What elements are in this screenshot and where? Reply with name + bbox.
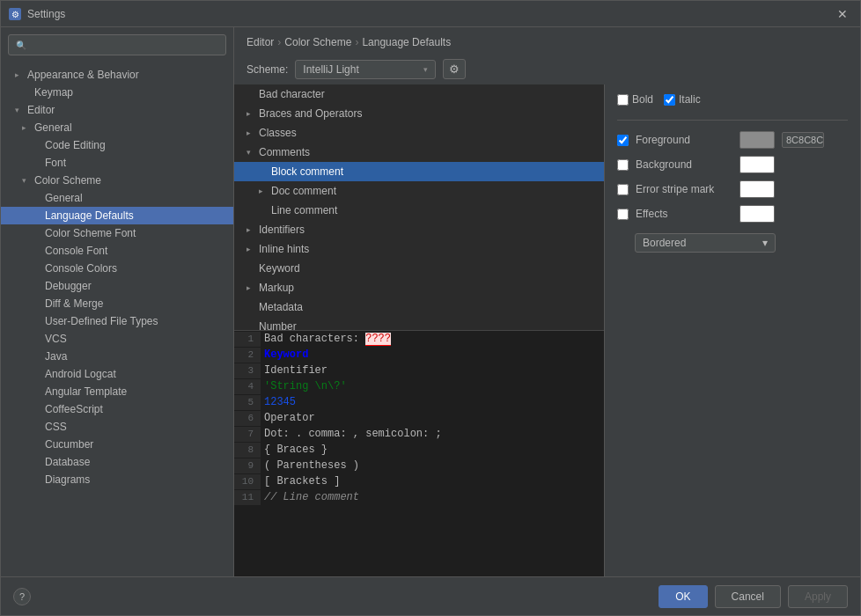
- effects-type-value: Bordered: [643, 237, 686, 249]
- list-item-line-comment[interactable]: Line comment: [234, 201, 604, 220]
- settings-window: ⚙ Settings ✕ 🔍 ▸ Appearance & Behavior K…: [0, 0, 861, 616]
- code-line-2: 2 Keyword: [234, 347, 604, 363]
- error-stripe-color-swatch[interactable]: [740, 180, 775, 198]
- list-item-doc-comment[interactable]: ▸ Doc comment: [234, 181, 604, 201]
- help-button[interactable]: ?: [13, 588, 31, 605]
- sidebar-item-label: Editor: [27, 104, 55, 116]
- sidebar-item-diff-merge[interactable]: Diff & Merge: [1, 295, 233, 312]
- sidebar-item-console-colors[interactable]: Console Colors: [1, 260, 233, 277]
- sidebar-item-general[interactable]: ▸ General: [1, 119, 233, 136]
- sidebar-item-language-defaults[interactable]: Language Defaults: [1, 207, 233, 224]
- list-item-label: Metadata: [259, 301, 303, 313]
- scheme-gear-button[interactable]: ⚙: [443, 59, 466, 79]
- code-line-8: 8 { Braces }: [234, 442, 604, 458]
- line-number: 9: [234, 458, 261, 473]
- line-number: 3: [234, 363, 261, 378]
- sidebar-item-color-scheme[interactable]: ▾ Color Scheme: [1, 172, 233, 189]
- main-panel: Editor › Color Scheme › Language Default…: [234, 27, 860, 576]
- sidebar-item-debugger[interactable]: Debugger: [1, 277, 233, 295]
- sidebar-item-keymap[interactable]: Keymap: [1, 84, 233, 101]
- svg-text:⚙: ⚙: [11, 10, 19, 19]
- close-button[interactable]: ✕: [832, 5, 853, 23]
- foreground-color-swatch[interactable]: [740, 131, 775, 149]
- foreground-label: Foreground: [636, 134, 732, 146]
- chevron-right-icon: ▸: [22, 123, 31, 132]
- list-item-block-comment[interactable]: Block comment: [234, 162, 604, 181]
- list-panel: Bad character ▸ Braces and Operators ▸ C…: [234, 84, 604, 576]
- list-item-label: Comments: [259, 146, 310, 158]
- sidebar-item-console-font[interactable]: Console Font: [1, 242, 233, 260]
- background-color-swatch[interactable]: [740, 156, 775, 173]
- foreground-checkbox[interactable]: [617, 135, 629, 146]
- apply-button[interactable]: Apply: [788, 585, 848, 608]
- list-item-label: Bad character: [259, 88, 325, 100]
- sidebar-item-user-defined[interactable]: User-Defined File Types: [1, 312, 233, 330]
- italic-checkbox-label[interactable]: Italic: [664, 93, 701, 106]
- code-line-9: 9 ( Parentheses ): [234, 458, 604, 473]
- style-options-row: Bold Italic: [617, 93, 848, 106]
- sidebar-item-label: Java: [45, 350, 67, 363]
- breadcrumb-part-3: Language Defaults: [362, 36, 451, 48]
- list-item-label: Doc comment: [271, 185, 336, 197]
- line-number: 8: [234, 443, 261, 458]
- list-item-metadata[interactable]: Metadata: [234, 297, 604, 317]
- sidebar-item-database[interactable]: Database: [1, 453, 233, 471]
- list-item-label: Block comment: [271, 165, 343, 178]
- scheme-value: IntelliJ Light: [303, 63, 358, 76]
- search-box[interactable]: 🔍: [8, 34, 226, 55]
- sidebar-item-cucumber[interactable]: Cucumber: [1, 436, 233, 453]
- sidebar-item-css[interactable]: CSS: [1, 418, 233, 436]
- sidebar-item-angular[interactable]: Angular Template: [1, 383, 233, 400]
- error-stripe-checkbox[interactable]: [617, 184, 629, 195]
- ok-button[interactable]: OK: [659, 585, 707, 608]
- scheme-dropdown[interactable]: IntelliJ Light ▾: [295, 60, 436, 79]
- list-item-inline-hints[interactable]: ▸ Inline hints: [234, 239, 604, 259]
- sidebar-item-label: Angular Template: [45, 385, 127, 398]
- list-item-identifiers[interactable]: ▸ Identifiers: [234, 220, 604, 239]
- list-item-markup[interactable]: ▸ Markup: [234, 278, 604, 297]
- list-item-comments[interactable]: ▾ Comments: [234, 143, 604, 162]
- cancel-button[interactable]: Cancel: [715, 585, 781, 608]
- sidebar-item-coffeescript[interactable]: CoffeeScript: [1, 400, 233, 418]
- effects-type-dropdown[interactable]: Bordered ▾: [635, 233, 776, 253]
- line-content: Dot: . comma: , semicolon: ;: [261, 426, 442, 442]
- chevron-down-icon: ▾: [423, 65, 428, 74]
- sidebar-item-font[interactable]: Font: [1, 154, 233, 172]
- sidebar-item-diagrams[interactable]: Diagrams: [1, 471, 233, 488]
- effects-checkbox[interactable]: [617, 209, 629, 220]
- list-item-label: Identifiers: [259, 224, 305, 236]
- list-item-keyword[interactable]: Keyword: [234, 259, 604, 278]
- bold-checkbox[interactable]: [617, 94, 629, 106]
- sidebar-item-editor[interactable]: ▾ Editor: [1, 101, 233, 119]
- chevron-right-icon: ▸: [247, 283, 255, 292]
- sidebar-item-color-scheme-font[interactable]: Color Scheme Font: [1, 224, 233, 242]
- list-item-label: Inline hints: [259, 243, 309, 255]
- sidebar-item-java[interactable]: Java: [1, 348, 233, 365]
- list-item-bad-char[interactable]: Bad character: [234, 84, 604, 104]
- breadcrumb-part-1: Editor: [247, 36, 274, 48]
- sidebar-item-code-editing[interactable]: Code Editing: [1, 136, 233, 154]
- app-icon: ⚙: [8, 7, 22, 21]
- error-stripe-row: Error stripe mark: [617, 180, 848, 198]
- sidebar-item-android-logcat[interactable]: Android Logcat: [1, 365, 233, 383]
- sidebar-item-cs-general[interactable]: General: [1, 189, 233, 207]
- list-item-classes[interactable]: ▸ Classes: [234, 123, 604, 143]
- line-content: ( Parentheses ): [261, 458, 359, 473]
- sidebar-item-label: User-Defined File Types: [45, 315, 158, 327]
- sidebar-item-label: Console Colors: [45, 262, 117, 275]
- italic-checkbox[interactable]: [664, 94, 675, 106]
- sidebar-item-vcs[interactable]: VCS: [1, 330, 233, 348]
- bold-checkbox-label[interactable]: Bold: [617, 93, 653, 106]
- search-input[interactable]: [30, 39, 218, 51]
- list-item-braces[interactable]: ▸ Braces and Operators: [234, 104, 604, 123]
- code-line-1: 1 Bad characters: ????: [234, 331, 604, 347]
- sidebar-item-label: Appearance & Behavior: [27, 69, 139, 81]
- background-checkbox[interactable]: [617, 159, 629, 171]
- sidebar-item-appearance[interactable]: ▸ Appearance & Behavior: [1, 66, 233, 84]
- chevron-down-icon: ▾: [762, 237, 768, 249]
- list-item-number[interactable]: Number: [234, 317, 604, 330]
- sidebar-item-label: Diagrams: [45, 473, 90, 486]
- effects-color-swatch[interactable]: [740, 205, 775, 223]
- sidebar-item-label: Font: [45, 157, 66, 169]
- breadcrumb-sep-2: ›: [355, 36, 358, 48]
